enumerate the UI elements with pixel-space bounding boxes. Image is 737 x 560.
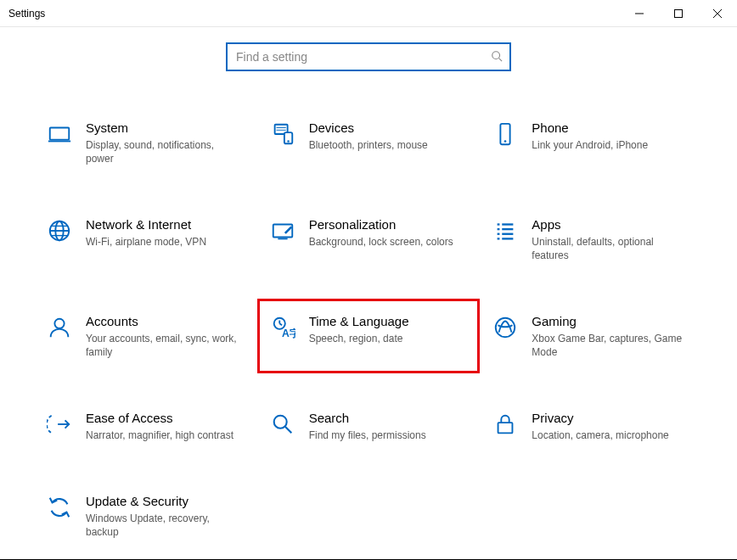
svg-rect-6 bbox=[50, 128, 70, 140]
tile-network[interactable]: Network & Internet Wi-Fi, airplane mode,… bbox=[34, 209, 257, 270]
tile-label: Privacy bbox=[532, 410, 668, 427]
tile-sub: Windows Update, recovery, backup bbox=[86, 512, 239, 539]
svg-rect-20 bbox=[273, 225, 292, 238]
svg-point-37 bbox=[273, 416, 286, 428]
tile-label: Ease of Access bbox=[86, 410, 233, 427]
tile-sub: Display, sound, notifications, power bbox=[86, 138, 239, 165]
time-language-icon: A字 bbox=[268, 313, 297, 342]
svg-rect-39 bbox=[498, 423, 513, 433]
svg-rect-1 bbox=[675, 9, 683, 17]
tile-apps[interactable]: Apps Uninstall, defaults, optional featu… bbox=[480, 209, 703, 270]
tile-sub: Find my files, permissions bbox=[309, 428, 426, 442]
tile-update-security[interactable]: Update & Security Windows Update, recove… bbox=[34, 485, 257, 546]
tile-sub: Background, lock screen, colors bbox=[309, 235, 453, 249]
window-controls bbox=[620, 0, 737, 27]
settings-grid-wrap: System Display, sound, notifications, po… bbox=[0, 71, 737, 546]
search-icon bbox=[491, 50, 503, 64]
svg-point-14 bbox=[504, 140, 507, 143]
update-security-icon bbox=[45, 493, 74, 522]
phone-icon bbox=[491, 120, 520, 148]
tile-label: System bbox=[86, 120, 239, 137]
tile-label: Network & Internet bbox=[86, 216, 206, 233]
svg-point-4 bbox=[492, 51, 500, 59]
settings-grid: System Display, sound, notifications, po… bbox=[34, 112, 703, 546]
tile-label: Apps bbox=[532, 216, 684, 233]
tile-label: Update & Security bbox=[86, 493, 239, 510]
search-category-icon bbox=[268, 410, 297, 439]
tile-gaming[interactable]: Gaming Xbox Game Bar, captures, Game Mod… bbox=[480, 305, 703, 367]
tile-sub: Link your Android, iPhone bbox=[532, 138, 648, 152]
tile-label: Accounts bbox=[86, 313, 239, 330]
tile-sub: Narrator, magnifier, high contrast bbox=[86, 428, 233, 442]
search-box[interactable] bbox=[226, 42, 511, 71]
tile-sub: Your accounts, email, sync, work, family bbox=[86, 332, 239, 359]
tile-sub: Wi-Fi, airplane mode, VPN bbox=[86, 235, 206, 249]
tile-label: Gaming bbox=[532, 313, 684, 330]
svg-point-12 bbox=[287, 140, 289, 142]
tile-search[interactable]: Search Find my files, permissions bbox=[257, 402, 481, 450]
tile-phone[interactable]: Phone Link your Android, iPhone bbox=[480, 112, 703, 173]
tile-system[interactable]: System Display, sound, notifications, po… bbox=[34, 112, 257, 173]
tile-sub: Uninstall, defaults, optional features bbox=[532, 235, 684, 262]
search-input[interactable] bbox=[234, 49, 491, 64]
svg-line-33 bbox=[279, 323, 282, 325]
system-icon bbox=[45, 120, 74, 148]
minimize-button[interactable] bbox=[620, 0, 659, 27]
tile-label: Devices bbox=[309, 120, 428, 137]
privacy-icon bbox=[491, 410, 520, 439]
globe-icon bbox=[45, 216, 74, 245]
svg-line-5 bbox=[499, 58, 503, 61]
gaming-icon bbox=[491, 313, 520, 342]
tile-personalization[interactable]: Personalization Background, lock screen,… bbox=[257, 209, 481, 270]
tile-time-language[interactable]: A字 Time & Language Speech, region, date bbox=[257, 299, 481, 373]
tile-sub: Speech, region, date bbox=[309, 332, 409, 345]
tile-privacy[interactable]: Privacy Location, camera, microphone bbox=[480, 402, 703, 450]
tile-sub: Bluetooth, printers, mouse bbox=[309, 138, 428, 152]
svg-line-38 bbox=[284, 427, 291, 434]
tile-label: Time & Language bbox=[309, 313, 409, 330]
svg-text:A字: A字 bbox=[282, 328, 295, 339]
ease-of-access-icon bbox=[45, 410, 74, 439]
apps-icon bbox=[491, 216, 520, 245]
tile-sub: Location, camera, microphone bbox=[532, 428, 668, 442]
tile-devices[interactable]: Devices Bluetooth, printers, mouse bbox=[257, 112, 481, 173]
devices-icon bbox=[268, 120, 297, 148]
tile-label: Personalization bbox=[309, 216, 453, 233]
window-title: Settings bbox=[8, 8, 45, 20]
accounts-icon bbox=[45, 313, 74, 342]
tile-sub: Xbox Game Bar, captures, Game Mode bbox=[532, 332, 684, 359]
tile-label: Phone bbox=[532, 120, 648, 137]
tile-ease-of-access[interactable]: Ease of Access Narrator, magnifier, high… bbox=[34, 402, 257, 450]
tile-label: Search bbox=[309, 410, 426, 427]
titlebar: Settings bbox=[0, 0, 737, 27]
svg-point-30 bbox=[54, 319, 64, 328]
search-area bbox=[0, 42, 737, 71]
tile-accounts[interactable]: Accounts Your accounts, email, sync, wor… bbox=[34, 305, 257, 367]
close-button[interactable] bbox=[698, 0, 737, 27]
maximize-button[interactable] bbox=[659, 0, 698, 27]
personalization-icon bbox=[268, 216, 297, 245]
